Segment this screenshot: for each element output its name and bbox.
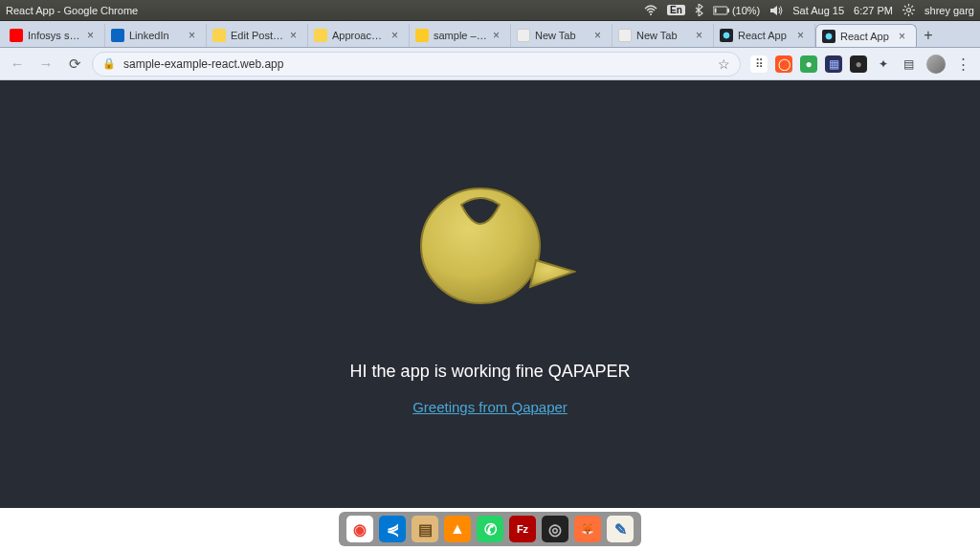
browser-tab[interactable]: LinkedIn×: [105, 24, 207, 47]
favicon: [10, 29, 23, 42]
svg-point-4: [907, 9, 911, 12]
browser-tab[interactable]: New Tab×: [511, 24, 612, 47]
system-menubar: React App - Google Chrome En (10%) Sat A…: [0, 0, 980, 21]
tab-label: React App: [840, 31, 894, 42]
tab-label: LinkedIn: [129, 30, 184, 41]
chrome-menu-button[interactable]: ⋮: [951, 53, 974, 76]
battery-indicator[interactable]: (10%): [713, 5, 760, 16]
lock-icon: 🔒: [102, 57, 116, 70]
new-tab-button[interactable]: +: [917, 24, 940, 47]
green-ext-icon[interactable]: ●: [800, 55, 817, 73]
favicon: [618, 29, 632, 42]
svg-point-0: [650, 13, 652, 15]
tab-label: Infosys syste: [28, 30, 82, 41]
svg-line-10: [911, 12, 913, 14]
video-ext-icon[interactable]: ▤: [900, 55, 917, 73]
address-bar[interactable]: 🔒 sample-example-react.web.app ☆: [92, 52, 741, 77]
close-tab-icon[interactable]: ×: [594, 30, 606, 41]
tab-label: Edit Post ‹ QA: [231, 30, 285, 41]
browser-toolbar: ← → ⟳ 🔒 sample-example-react.web.app ☆ ⠿…: [0, 48, 980, 80]
clock-time[interactable]: 6:27 PM: [854, 5, 893, 16]
vscode-app[interactable]: ⋞: [379, 516, 406, 542]
tab-label: Approach to: [332, 30, 387, 41]
obs-app[interactable]: ◎: [542, 516, 568, 542]
settings-icon[interactable]: [902, 4, 915, 16]
tab-label: New Tab: [636, 30, 691, 41]
greetings-link[interactable]: Greetings from Qapaper: [412, 399, 568, 415]
favicon: [517, 29, 530, 42]
tab-label: React App: [738, 30, 792, 41]
filezilla-app[interactable]: Fz: [509, 516, 536, 542]
favicon: [212, 29, 226, 42]
translate-ext-icon[interactable]: ⠿: [750, 55, 768, 73]
wifi-icon[interactable]: [644, 5, 657, 16]
bookmark-star-icon[interactable]: ☆: [718, 56, 730, 72]
username[interactable]: shrey garg: [924, 5, 974, 16]
volume-icon[interactable]: [769, 5, 783, 16]
close-tab-icon[interactable]: ×: [87, 30, 99, 41]
dock: ◉⋞▤▲✆Fz◎🦊✎: [339, 512, 641, 546]
favicon: [415, 29, 429, 42]
reload-button[interactable]: ⟳: [63, 53, 86, 76]
dark-ext-icon[interactable]: ●: [850, 55, 867, 73]
close-tab-icon[interactable]: ×: [696, 30, 707, 41]
close-tab-icon[interactable]: ×: [189, 30, 200, 41]
clock-date[interactable]: Sat Aug 15: [792, 5, 844, 16]
favicon: [822, 30, 835, 43]
browser-tab[interactable]: React App×: [815, 24, 917, 47]
chrome-app[interactable]: ◉: [346, 516, 373, 542]
close-tab-icon[interactable]: ×: [290, 30, 301, 41]
browser-tab[interactable]: New Tab×: [612, 24, 714, 47]
forward-button[interactable]: →: [34, 53, 57, 76]
browser-tab[interactable]: Approach to×: [308, 24, 410, 47]
svg-line-12: [911, 6, 913, 8]
close-tab-icon[interactable]: ×: [899, 31, 910, 42]
tab-label: New Tab: [535, 30, 590, 41]
svg-line-9: [904, 6, 906, 8]
browser-window: Infosys syste×LinkedIn×Edit Post ‹ QA×Ap…: [0, 21, 980, 508]
extension-tray: ⠿◯●▦●✦▤: [746, 55, 921, 73]
system-tray: En (10%) Sat Aug 15 6:27 PM shrey garg: [644, 4, 974, 16]
bluetooth-icon[interactable]: [695, 4, 703, 16]
grid-ext-icon[interactable]: ▦: [825, 55, 842, 73]
svg-line-11: [904, 12, 906, 14]
puzzle-ext-icon[interactable]: ✦: [875, 55, 892, 73]
favicon: [111, 29, 124, 42]
headline-text: HI the app is working fine QAPAPER: [350, 362, 631, 382]
url-text: sample-example-react.web.app: [123, 57, 710, 71]
notes-app[interactable]: ✎: [607, 516, 634, 542]
hexagon-ext-icon[interactable]: ◯: [775, 55, 792, 73]
page-content: HI the app is working fine QAPAPER Greet…: [0, 80, 980, 508]
tabstrip: Infosys syste×LinkedIn×Edit Post ‹ QA×Ap…: [0, 21, 980, 48]
browser-tab[interactable]: React App×: [714, 24, 815, 47]
window-title: React App - Google Chrome: [6, 5, 138, 16]
whatsapp-app[interactable]: ✆: [477, 516, 503, 542]
browser-tab[interactable]: Edit Post ‹ QA×: [207, 24, 308, 47]
close-tab-icon[interactable]: ×: [797, 30, 809, 41]
browser-tab[interactable]: Infosys syste×: [4, 24, 105, 47]
keyboard-lang[interactable]: En: [667, 5, 685, 15]
files-app[interactable]: ▤: [412, 516, 438, 542]
svg-rect-3: [714, 8, 716, 12]
browser-tab[interactable]: sample – Fire×: [410, 24, 511, 47]
back-button[interactable]: ←: [6, 53, 29, 76]
svg-rect-2: [727, 9, 729, 12]
close-tab-icon[interactable]: ×: [391, 30, 403, 41]
firefox-app[interactable]: 🦊: [574, 516, 601, 542]
profile-avatar[interactable]: [926, 55, 946, 74]
close-tab-icon[interactable]: ×: [493, 30, 504, 41]
tab-label: sample – Fire: [434, 30, 488, 41]
favicon: [720, 29, 733, 42]
vlc-app[interactable]: ▲: [444, 516, 471, 542]
favicon: [314, 29, 327, 42]
app-logo: [404, 174, 576, 318]
